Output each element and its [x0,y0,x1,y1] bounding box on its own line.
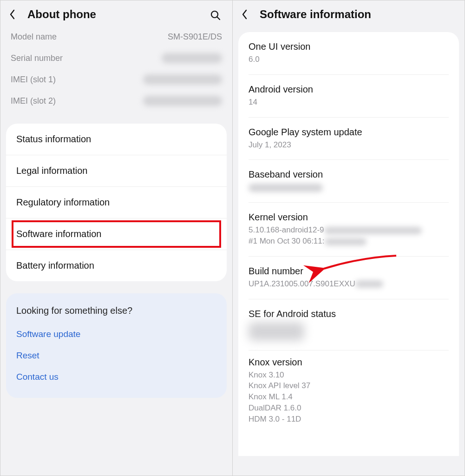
kernel-line2: #1 Mon Oct 30 06:11: [249,236,449,247]
knox-line: DualDAR 1.6.0 [249,403,449,414]
suggestions-card: Looking for something else? Software upd… [6,293,227,398]
software-update-link[interactable]: Software update [16,324,216,345]
imei2-label: IMEI (slot 2) [11,96,56,106]
baseband-label: Baseband version [249,169,449,180]
knox-line: Knox 3.10 [249,370,449,381]
kernel-version-item[interactable]: Kernel version 5.10.168-android12-9 #1 M… [249,203,449,257]
oneui-version-item[interactable]: One UI version 6.0 [249,32,449,75]
android-version-item[interactable]: Android version 14 [249,75,449,118]
page-title: Software information [260,8,371,21]
imei1-label: IMEI (slot 1) [11,75,56,85]
kernel-label: Kernel version [249,212,449,223]
device-info-group: Model name SM-S901E/DS Serial number IME… [0,26,232,124]
knox-version-item[interactable]: Knox version Knox 3.10 Knox API level 37… [249,350,449,431]
software-information-item[interactable]: Software information [6,218,227,250]
software-information-panel: Software information One UI version 6.0 … [233,0,465,476]
serial-label: Serial number [11,53,63,63]
android-label: Android version [249,84,449,95]
baseband-version-item[interactable]: Baseband version [249,160,449,203]
software-header: Software information [233,0,465,26]
redacted-value [249,322,304,341]
back-icon[interactable] [6,8,19,21]
serial-row: Serial number [11,47,222,69]
battery-information-item[interactable]: Battery information [6,250,227,281]
se-label: SE for Android status [249,309,449,319]
software-card: One UI version 6.0 Android version 14 Go… [238,32,459,456]
about-header: About phone [0,0,232,26]
redacted-value [355,280,383,288]
model-row: Model name SM-S901E/DS [11,26,222,47]
redacted-value [143,74,222,85]
redacted-value [325,238,367,245]
back-icon[interactable] [238,8,251,21]
reset-link[interactable]: Reset [16,345,216,366]
model-label: Model name [11,32,57,42]
build-number-item[interactable]: Build number UP1A.231005.007.S901EXXU [249,257,449,299]
gplay-label: Google Play system update [249,127,449,138]
oneui-label: One UI version [249,41,449,52]
legal-information-item[interactable]: Legal information [6,155,227,187]
imei2-row: IMEI (slot 2) [11,90,222,112]
oneui-value: 6.0 [249,54,449,65]
android-value: 14 [249,97,449,108]
page-title: About phone [27,8,96,21]
kernel-line1: 5.10.168-android12-9 [249,225,449,236]
software-information-label: Software information [16,229,101,239]
google-play-update-item[interactable]: Google Play system update July 1, 2023 [249,118,449,160]
info-menu-card: Status information Legal information Reg… [6,124,227,281]
svg-line-1 [217,17,220,20]
gplay-value: July 1, 2023 [249,139,449,151]
redacted-value [324,227,422,234]
se-android-status-item[interactable]: SE for Android status [249,299,449,350]
knox-line: Knox API level 37 [249,380,449,391]
knox-line: Knox ML 1.4 [249,391,449,403]
status-information-item[interactable]: Status information [6,124,227,155]
knox-label: Knox version [249,357,449,368]
redacted-value [249,184,323,192]
redacted-value [162,53,222,63]
model-value: SM-S901E/DS [168,32,222,42]
regulatory-information-item[interactable]: Regulatory information [6,187,227,218]
contact-us-link[interactable]: Contact us [16,366,216,388]
search-icon[interactable] [209,9,222,22]
redacted-value [143,96,222,106]
imei1-row: IMEI (slot 1) [11,69,222,90]
build-label: Build number [249,266,449,277]
build-value: UP1A.231005.007.S901EXXU [249,278,449,290]
knox-line: HDM 3.0 - 11D [249,414,449,425]
suggestions-title: Looking for something else? [16,305,216,316]
about-phone-panel: About phone Model name SM-S901E/DS Seria… [0,0,233,476]
